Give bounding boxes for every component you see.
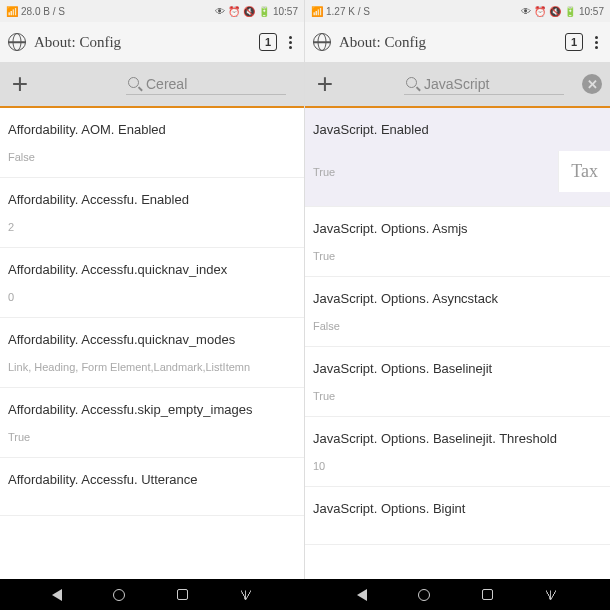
config-row-title: JavaScript. Options. Asmjs xyxy=(305,207,610,242)
add-button[interactable]: + xyxy=(313,68,337,100)
menu-button[interactable] xyxy=(285,36,296,49)
config-row-title: JavaScript. Enabled xyxy=(305,108,610,143)
config-row-value: True xyxy=(0,423,304,457)
alarm-icon: ⏰ xyxy=(534,6,546,17)
globe-icon xyxy=(313,33,331,51)
config-row-value: True xyxy=(305,242,610,276)
back-button[interactable] xyxy=(357,589,367,601)
mute-icon: 🔇 xyxy=(549,6,561,17)
android-navbar: ⩛ ⩛ xyxy=(0,579,610,610)
config-row-title: JavaScript. Options. Baselinejit. Thresh… xyxy=(305,417,610,452)
config-list-left[interactable]: Affordability. AOM. EnabledFalseAffordab… xyxy=(0,108,304,579)
search-input[interactable]: JavaScript xyxy=(404,74,564,95)
add-button[interactable]: + xyxy=(8,68,32,100)
config-row[interactable]: JavaScript. Options. Bigint xyxy=(305,487,610,545)
page-title: About: Config xyxy=(34,34,251,51)
config-row[interactable]: JavaScript. EnabledTrueTax xyxy=(305,108,610,207)
config-row-title: Affordability. Accessfu.quicknav_index xyxy=(0,248,304,283)
config-row[interactable]: JavaScript. Options. AsmjsTrue xyxy=(305,207,610,277)
config-row-title: JavaScript. Options. Bigint xyxy=(305,487,610,522)
screen-right: 📶 1.27 K / S 👁 ⏰ 🔇 🔋 10:57 About: Config… xyxy=(305,0,610,579)
signal-icon: 📶 xyxy=(311,6,323,17)
config-row-value xyxy=(305,522,610,544)
config-row[interactable]: JavaScript. Options. BaselinejitTrue xyxy=(305,347,610,417)
drawer-button[interactable]: ⩛ xyxy=(239,587,253,603)
config-row-title: Affordability. Accessfu. Enabled xyxy=(0,178,304,213)
net-speed: 1.27 K / S xyxy=(326,6,370,17)
recent-button[interactable] xyxy=(482,589,493,600)
mute-icon: 🔇 xyxy=(243,6,255,17)
config-row-title: JavaScript. Options. Asyncstack xyxy=(305,277,610,312)
config-row-title: Affordability. Accessfu.quicknav_modes xyxy=(0,318,304,353)
config-row-value: False xyxy=(0,143,304,177)
config-row-value xyxy=(0,493,304,515)
screen-left: 📶 28.0 B / S 👁 ⏰ 🔇 🔋 10:57 About: Config… xyxy=(0,0,305,579)
eye-icon: 👁 xyxy=(521,6,531,17)
eye-icon: 👁 xyxy=(215,6,225,17)
page-title: About: Config xyxy=(339,34,557,51)
tab-count-button[interactable]: 1 xyxy=(259,33,277,51)
battery-icon: 🔋 xyxy=(258,6,270,17)
config-row-title: Affordability. AOM. Enabled xyxy=(0,108,304,143)
config-row[interactable]: Affordability. Accessfu. Enabled2 xyxy=(0,178,304,248)
config-row-title: JavaScript. Options. Baselinejit xyxy=(305,347,610,382)
config-row[interactable]: JavaScript. Options. Baselinejit. Thresh… xyxy=(305,417,610,487)
net-speed: 28.0 B / S xyxy=(21,6,65,17)
config-row-value: True xyxy=(305,382,610,416)
title-bar: About: Config 1 xyxy=(0,22,304,62)
config-row-title: Affordability. Accessfu.skip_empty_image… xyxy=(0,388,304,423)
config-row-value: 0 xyxy=(0,283,304,317)
search-icon xyxy=(406,77,420,91)
config-row-value: TrueTax xyxy=(305,143,610,206)
tax-label: Tax xyxy=(558,151,610,192)
config-row[interactable]: Affordability. Accessfu.quicknav_modesLi… xyxy=(0,318,304,388)
search-text: Cereal xyxy=(146,76,284,92)
home-button[interactable] xyxy=(418,589,430,601)
config-row[interactable]: Affordability. Accessfu.skip_empty_image… xyxy=(0,388,304,458)
status-bar: 📶 28.0 B / S 👁 ⏰ 🔇 🔋 10:57 xyxy=(0,0,304,22)
alarm-icon: ⏰ xyxy=(228,6,240,17)
recent-button[interactable] xyxy=(177,589,188,600)
config-row-value: 2 xyxy=(0,213,304,247)
clock: 10:57 xyxy=(273,6,298,17)
drawer-button[interactable]: ⩛ xyxy=(544,587,558,603)
config-row-value: False xyxy=(305,312,610,346)
home-button[interactable] xyxy=(113,589,125,601)
search-bar: + JavaScript ✕ xyxy=(305,62,610,106)
title-bar: About: Config 1 xyxy=(305,22,610,62)
clock: 10:57 xyxy=(579,6,604,17)
config-row[interactable]: Affordability. Accessfu. Utterance xyxy=(0,458,304,516)
config-row-title: Affordability. Accessfu. Utterance xyxy=(0,458,304,493)
config-row-value: 10 xyxy=(305,452,610,486)
signal-icon: 📶 xyxy=(6,6,18,17)
search-text: JavaScript xyxy=(424,76,562,92)
search-input[interactable]: Cereal xyxy=(126,74,286,95)
globe-icon xyxy=(8,33,26,51)
tab-count-button[interactable]: 1 xyxy=(565,33,583,51)
back-button[interactable] xyxy=(52,589,62,601)
config-list-right[interactable]: JavaScript. EnabledTrueTaxJavaScript. Op… xyxy=(305,108,610,579)
status-bar: 📶 1.27 K / S 👁 ⏰ 🔇 🔋 10:57 xyxy=(305,0,610,22)
search-icon xyxy=(128,77,142,91)
clear-search-button[interactable]: ✕ xyxy=(582,74,602,94)
config-row[interactable]: Affordability. AOM. EnabledFalse xyxy=(0,108,304,178)
config-row-value: Link, Heading, Form Element,Landmark,Lis… xyxy=(0,353,304,387)
battery-icon: 🔋 xyxy=(564,6,576,17)
menu-button[interactable] xyxy=(591,36,602,49)
config-row[interactable]: JavaScript. Options. AsyncstackFalse xyxy=(305,277,610,347)
search-bar: + Cereal xyxy=(0,62,304,106)
config-row[interactable]: Affordability. Accessfu.quicknav_index0 xyxy=(0,248,304,318)
